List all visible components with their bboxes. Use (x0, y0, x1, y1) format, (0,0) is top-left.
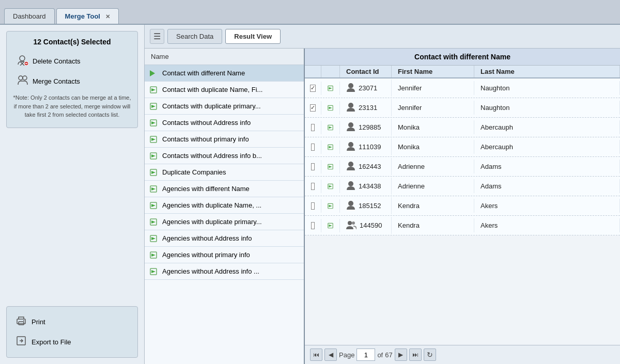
svg-point-53 (348, 181, 353, 186)
table-row: 162443 Adrienne Adams (305, 157, 620, 177)
row-first-name: Adrienne (392, 179, 474, 193)
row-checkbox-cell[interactable] (305, 180, 321, 193)
row-last-name: Naughton (474, 101, 620, 115)
row-arrow-icon (328, 124, 333, 131)
refresh-button[interactable]: ↻ (424, 349, 436, 361)
print-button[interactable]: Print (13, 312, 131, 331)
row-checkbox-cell[interactable] (305, 82, 321, 95)
person-icon (346, 83, 355, 93)
row-checkbox[interactable] (310, 104, 316, 112)
arrow-outline-icon (150, 202, 158, 209)
row-first-name: Adrienne (392, 160, 474, 173)
list-item[interactable]: Contacts without Address info b... (145, 148, 304, 164)
row-contact-id: 144590 (340, 217, 392, 234)
row-checkbox[interactable] (311, 124, 315, 131)
row-checkbox-cell[interactable] (305, 101, 321, 115)
row-checkbox[interactable] (311, 144, 315, 151)
export-button[interactable]: Export to File (13, 331, 131, 352)
contact-id-value: 23131 (359, 104, 377, 112)
col-header-contact-id: Contact Id (340, 66, 392, 77)
svg-marker-43 (329, 126, 332, 129)
svg-marker-52 (329, 185, 332, 187)
list-item[interactable]: Agencies with duplicate primary... (145, 214, 304, 230)
merge-contacts-label: Merge Contacts (33, 77, 80, 85)
list-item[interactable]: Contacts with duplicate primary... (145, 98, 304, 115)
list-item[interactable]: Contact with different Name (145, 65, 304, 82)
list-item[interactable]: Agencies without primary info (145, 247, 304, 263)
row-arrow-icon (328, 144, 333, 151)
row-last-name: Adams (474, 160, 620, 173)
list-item[interactable]: Agencies with duplicate Name, ... (145, 197, 304, 214)
row-arrow-cell (321, 160, 340, 173)
delete-icon (17, 54, 28, 68)
row-contact-id: 185152 (340, 197, 392, 214)
svg-marker-33 (151, 254, 156, 257)
row-arrow-cell (321, 219, 340, 232)
list-item-label: Duplicate Companies (162, 168, 226, 176)
row-checkbox[interactable] (311, 222, 315, 229)
row-checkbox-cell[interactable] (305, 140, 321, 154)
svg-point-0 (20, 56, 25, 61)
row-checkbox-cell[interactable] (305, 160, 321, 173)
arrow-outline-svg (150, 235, 157, 242)
page-input[interactable] (357, 349, 375, 361)
list-item[interactable]: Agencies without Address info ... (145, 263, 304, 280)
table-row: 111039 Monika Abercauph (305, 137, 620, 157)
tab-close-icon[interactable]: ✕ (105, 13, 110, 20)
row-arrow-cell (321, 180, 340, 193)
list-item-label: Agencies with duplicate primary... (162, 218, 262, 226)
row-checkbox[interactable] (311, 183, 315, 190)
export-label: Export to File (32, 338, 71, 346)
list-item[interactable]: Contacts without Address info (145, 115, 304, 131)
print-svg-icon (16, 316, 26, 325)
arrow-outline-svg (150, 86, 157, 93)
row-checkbox[interactable] (311, 163, 315, 170)
row-contact-id: 23071 (340, 80, 392, 97)
search-data-tab[interactable]: Search Data (167, 29, 222, 44)
row-checkbox-cell[interactable] (305, 199, 321, 213)
row-arrow-cell (321, 121, 340, 134)
tab-merge-tool[interactable]: Merge Tool ✕ (56, 8, 119, 24)
svg-point-41 (348, 103, 353, 108)
row-contact-id: 162443 (340, 158, 392, 175)
list-item[interactable]: Agencies without Address info (145, 230, 304, 247)
merge-contacts-button[interactable]: Merge Contacts (13, 71, 131, 91)
single-person-icon (346, 200, 355, 210)
contact-id-value: 23071 (359, 84, 377, 92)
row-checkbox[interactable] (311, 202, 315, 210)
list-item[interactable]: Duplicate Companies (145, 164, 304, 181)
arrow-outline-icon (150, 103, 158, 110)
list-item[interactable]: Contacts without primary info (145, 131, 304, 148)
row-first-name: Kendra (392, 218, 474, 232)
list-item-label: Agencies with duplicate Name, ... (162, 201, 261, 209)
list-item[interactable]: Agencies with different Name (145, 181, 304, 197)
arrow-solid-icon (150, 70, 158, 76)
arrow-outline-icon (150, 235, 158, 242)
contact-id-value: 143438 (359, 182, 381, 190)
row-arrow-icon (328, 163, 333, 170)
svg-point-9 (23, 320, 24, 321)
last-page-button[interactable]: ⏭ (409, 349, 422, 361)
print-label: Print (32, 318, 45, 326)
selected-info-box: 12 Contact(s) Selected Delete Contacts (6, 31, 138, 128)
list-item[interactable]: Contact with duplicate Name, Fi... (145, 82, 304, 98)
row-arrow-cell (321, 82, 340, 95)
col-header-first-name: First Name (392, 66, 474, 77)
single-person-icon (346, 181, 355, 190)
row-checkbox-cell[interactable] (305, 219, 321, 232)
svg-marker-35 (151, 270, 156, 273)
arrow-outline-svg (150, 169, 157, 176)
prev-page-button[interactable]: ◀ (324, 349, 337, 361)
row-checkbox[interactable] (310, 85, 316, 92)
hamburger-button[interactable]: ☰ (150, 29, 164, 44)
result-view-tab[interactable]: Result View (225, 29, 281, 44)
row-checkbox-cell[interactable] (305, 121, 321, 134)
tab-dashboard[interactable]: Dashboard (4, 8, 55, 24)
row-first-name: Monika (392, 120, 474, 134)
list-items-container: Contact with different Name Contact with… (145, 65, 304, 280)
arrow-outline-icon (150, 86, 158, 93)
next-page-button[interactable]: ▶ (395, 349, 407, 361)
delete-contacts-button[interactable]: Delete Contacts (13, 51, 131, 71)
first-page-button[interactable]: ⏮ (310, 349, 322, 361)
pagination-bar: ⏮ ◀ Page of 67 ▶ ⏭ ↻ (305, 345, 620, 364)
